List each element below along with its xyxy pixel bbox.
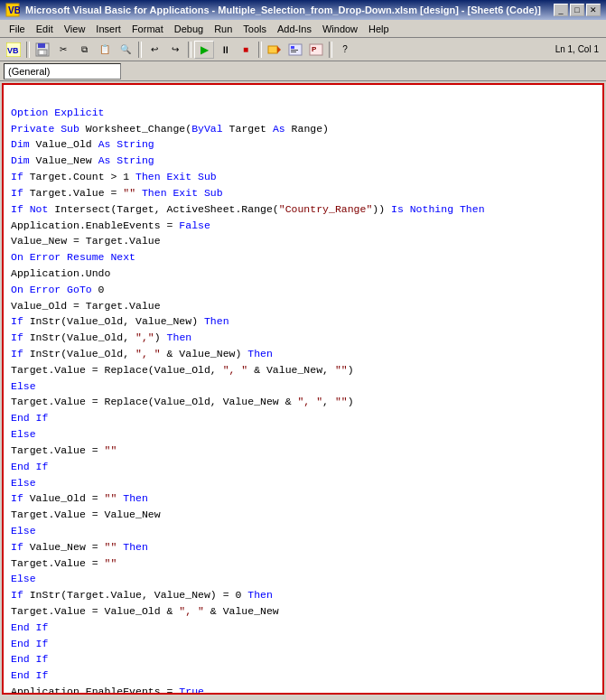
menu-window[interactable]: Window [317,22,363,36]
svg-rect-7 [40,51,43,54]
position-indicator: Ln 1, Col 1 [555,44,602,54]
design-mode-button[interactable] [265,41,284,59]
menu-run[interactable]: Run [209,22,238,36]
menu-view[interactable]: View [59,22,91,36]
sep3 [188,42,191,58]
window-controls[interactable]: _ □ ✕ [554,4,601,16]
svg-rect-12 [291,50,298,51]
properties-button[interactable]: P [306,41,326,59]
sep2 [138,42,142,58]
code-content: Option Explicit Private Sub Worksheet_Ch… [4,85,602,695]
vba-icon-button[interactable]: VB [4,41,23,59]
maximize-button[interactable]: □ [570,4,584,16]
svg-text:P: P [312,45,317,53]
menu-debug[interactable]: Debug [169,22,209,36]
find-button[interactable]: 🔍 [116,41,135,59]
menu-format[interactable]: Format [126,22,169,36]
save-button[interactable] [33,41,52,59]
svg-marker-9 [277,46,281,53]
run-icon: ▶ [200,43,209,56]
svg-rect-8 [268,46,277,53]
toolbar: VB ✂ ⧉ 📋 🔍 ↩ ↪ ▶ ⏸ ■ [0,38,606,61]
stop-button[interactable]: ■ [236,41,256,59]
cut-button[interactable]: ✂ [53,41,73,59]
sep5 [329,42,332,58]
minimize-button[interactable]: _ [554,4,568,16]
menu-edit[interactable]: Edit [31,22,59,36]
combo-bar [0,61,606,81]
title-text: Microsoft Visual Basic for Applications … [25,5,541,15]
redo-button[interactable]: ↪ [165,41,185,59]
svg-text:VB: VB [7,46,19,55]
project-explorer-button[interactable] [285,41,305,59]
stop-icon: ■ [243,44,248,54]
copy-button[interactable]: ⧉ [74,41,94,59]
paste-button[interactable]: 📋 [95,41,115,59]
svg-rect-13 [291,51,296,52]
menu-insert[interactable]: Insert [90,22,126,36]
svg-rect-5 [38,43,45,48]
sep1 [26,42,30,58]
pause-icon: ⏸ [220,44,230,55]
sep4 [258,42,262,58]
undo-button[interactable]: ↩ [145,41,164,59]
menu-file[interactable]: File [4,22,31,36]
app-icon: VB [5,3,20,17]
title-bar: VB Microsoft Visual Basic for Applicatio… [0,0,606,20]
help-button[interactable]: ? [335,41,355,59]
svg-rect-11 [291,46,294,49]
code-editor[interactable]: Option Explicit Private Sub Worksheet_Ch… [2,83,604,695]
pause-button[interactable]: ⏸ [215,41,235,59]
menu-tools[interactable]: Tools [238,22,272,36]
svg-text:VB: VB [8,5,20,15]
menu-bar: File Edit View Insert Format Debug Run T… [0,20,606,38]
close-button[interactable]: ✕ [586,4,601,16]
run-button[interactable]: ▶ [194,41,214,59]
general-combo[interactable] [4,63,121,79]
menu-addins[interactable]: Add-Ins [272,22,317,36]
menu-help[interactable]: Help [363,22,395,36]
